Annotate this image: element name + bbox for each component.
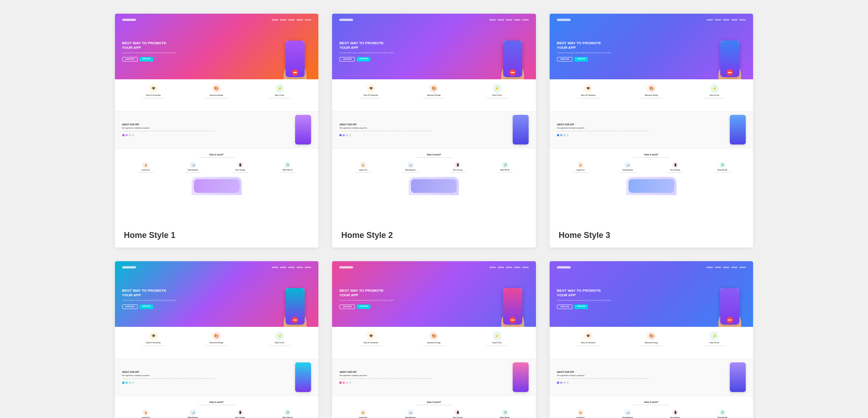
hiw-phone-container (557, 177, 746, 195)
about-phone (513, 362, 529, 392)
learn-more-btn[interactable]: LEARN MORE (557, 57, 572, 62)
nav-link (715, 267, 721, 268)
card-card-3[interactable]: BEST WAY TO PROMOTE YOUR APP Lorem ipsum… (550, 14, 754, 248)
feature-title: Easy To Use (492, 342, 502, 344)
feature-title: Easy To Customize (364, 94, 378, 96)
step-icon: 📊 (407, 162, 414, 168)
feature-item: 🎨 Awesome Design Lorem ipsum dolor sit a… (402, 331, 465, 354)
learn-more-btn[interactable]: LEARN MORE (339, 57, 355, 62)
features-section: 👁️ Easy To Customize Lorem ipsum dolor s… (332, 79, 536, 111)
hiw-step: 📊 Data Analysis Lorem ipsum dolor sit am… (387, 162, 434, 173)
about-text: Lorem ipsum dolor sit amet, consectetur … (339, 130, 508, 132)
hiw-step: 🔒 Login First Lorem ipsum dolor sit amet… (122, 162, 170, 173)
about-content: ABOUT OUR APP One application multiples … (122, 124, 291, 137)
card-preview: BEST WAY TO PROMOTE YOUR APP Lorem ipsum… (550, 14, 754, 223)
step-icon: 📱 (454, 162, 461, 168)
learn-more-btn[interactable]: LEARN MORE (557, 304, 572, 309)
step-text: Lorem ipsum dolor sit amet consectetur. (231, 172, 249, 173)
step-title: Show Result (283, 169, 292, 171)
nav-logo (122, 19, 136, 21)
hero-section: BEST WAY TO PROMOTE YOUR APP Lorem ipsum… (115, 14, 319, 79)
hiw-steps: 🔒 Login First Lorem ipsum dolor sit amet… (339, 409, 529, 418)
feature-text: Lorem ipsum dolor sit amet consectetur e… (206, 98, 228, 99)
nav-link (506, 19, 512, 21)
download-btn[interactable]: DOWNLOAD (574, 304, 588, 309)
feature-text: Lorem ipsum dolor sit amet consectetur e… (486, 345, 508, 346)
card-card-6[interactable]: BEST WAY TO PROMOTE YOUR APP Lorem ipsum… (550, 261, 754, 418)
features-section: 👁️ Easy To Customize Lorem ipsum dolor s… (550, 79, 754, 111)
feature-text: Lorem ipsum dolor sit amet consectetur e… (269, 345, 291, 346)
learn-more-btn[interactable]: LEARN MORE (122, 304, 138, 309)
feature-title: Awesome Design (210, 342, 223, 344)
about-subtitle: One application multiples properties (122, 127, 291, 129)
download-btn[interactable]: DOWNLOAD (140, 57, 153, 62)
card-preview: BEST WAY TO PROMOTE YOUR APP Lorem ipsum… (115, 14, 319, 223)
hiw-step: 🛡️ Show Result Lorem ipsum dolor sit ame… (699, 162, 746, 173)
step-icon: 🔒 (142, 162, 149, 168)
hiw-subtitle: Lorem ipsum dolor sit amet, consectetur … (339, 404, 529, 406)
hiw-title: How it work? (339, 401, 529, 403)
step-title: Face Testing (453, 169, 463, 171)
hiw-step: 📱 Face Testing Lorem ipsum dolor sit ame… (651, 409, 699, 418)
hiw-step: 🔒 Login First Lorem ipsum dolor sit amet… (339, 162, 387, 173)
feature-text: Lorem ipsum dolor sit amet consectetur e… (360, 345, 382, 346)
dot-2 (343, 382, 345, 384)
step-icon: 🔒 (577, 409, 584, 416)
feature-text: Lorem ipsum dolor sit amet consectetur e… (486, 98, 508, 99)
about-section: ABOUT OUR APP One application multiples … (550, 112, 754, 148)
download-btn[interactable]: DOWNLOAD (140, 304, 153, 309)
step-text: Lorem ipsum dolor sit amet consectetur. (495, 172, 514, 173)
learn-more-btn[interactable]: LEARN MORE (122, 57, 138, 62)
feature-title: Easy To Customize (581, 94, 596, 96)
step-text: Lorem ipsum dolor sit amet consectetur. (713, 172, 732, 173)
dot-1 (122, 134, 125, 136)
download-btn[interactable]: DOWNLOAD (574, 57, 588, 62)
hiw-step: 🛡️ Show Result Lorem ipsum dolor sit ame… (699, 409, 746, 418)
nav-logo (557, 266, 571, 268)
step-text: Lorem ipsum dolor sit amet consectetur. (571, 172, 590, 173)
hero-phone (497, 29, 529, 79)
hiw-phone-container (339, 177, 529, 195)
feature-text: Lorem ipsum dolor sit amet consectetur e… (640, 345, 662, 346)
card-card-1[interactable]: BEST WAY TO PROMOTE YOUR APP Lorem ipsum… (115, 14, 319, 248)
hiw-phone (409, 177, 459, 195)
card-card-2[interactable]: BEST WAY TO PROMOTE YOUR APP Lorem ipsum… (332, 14, 536, 248)
feature-text: Lorem ipsum dolor sit amet consectetur e… (703, 345, 725, 346)
card-card-5[interactable]: BEST WAY TO PROMOTE YOUR APP Lorem ipsum… (332, 261, 536, 418)
about-text: Lorem ipsum dolor sit amet, consectetur … (339, 378, 508, 380)
dot-3 (129, 134, 131, 136)
dot-4 (567, 134, 569, 136)
learn-more-btn[interactable]: LEARN MORE (339, 304, 355, 309)
download-btn[interactable]: DOWNLOAD (357, 57, 370, 62)
hiw-steps: 🔒 Login First Lorem ipsum dolor sit amet… (557, 409, 746, 418)
feature-icon: ⚡ (275, 331, 284, 341)
about-title: ABOUT OUR APP (122, 124, 291, 126)
features-section: 👁️ Easy To Customize Lorem ipsum dolor s… (115, 327, 319, 359)
about-title: ABOUT OUR APP (557, 371, 726, 373)
dot-1 (122, 382, 125, 384)
dot-1 (557, 382, 559, 384)
hero-nav (115, 265, 319, 269)
hiw-steps: 🔒 Login First Lorem ipsum dolor sit amet… (122, 162, 312, 173)
hiw-title: How it work? (122, 153, 312, 156)
step-text: Lorem ipsum dolor sit amet consectetur. (665, 172, 684, 173)
about-text: Lorem ipsum dolor sit amet, consectetur … (122, 130, 291, 132)
feature-icon: ⚡ (710, 331, 719, 341)
nav-link (305, 267, 311, 268)
dot-2 (560, 134, 562, 136)
card-card-4[interactable]: BEST WAY TO PROMOTE YOUR APP Lorem ipsum… (115, 261, 319, 418)
step-title: Face Testing (235, 169, 245, 171)
about-subtitle: One application multiples properties (557, 127, 726, 129)
preview-inner: BEST WAY TO PROMOTE YOUR APP Lorem ipsum… (332, 261, 536, 418)
about-phone (730, 362, 746, 392)
download-btn[interactable]: DOWNLOAD (357, 304, 370, 309)
feature-item: 👁️ Easy To Customize Lorem ipsum dolor s… (122, 84, 185, 107)
feature-title: Easy To Use (710, 94, 719, 96)
feature-text: Lorem ipsum dolor sit amet consectetur e… (640, 98, 662, 99)
hiw-phone (192, 177, 242, 195)
feature-icon: 🎨 (212, 84, 221, 93)
hiw-step: 📊 Data Analysis Lorem ipsum dolor sit am… (169, 162, 217, 173)
step-text: Lorem ipsum dolor sit amet consectetur. (353, 172, 372, 173)
feature-icon: ⚡ (710, 84, 719, 93)
step-icon: 📊 (407, 409, 414, 416)
